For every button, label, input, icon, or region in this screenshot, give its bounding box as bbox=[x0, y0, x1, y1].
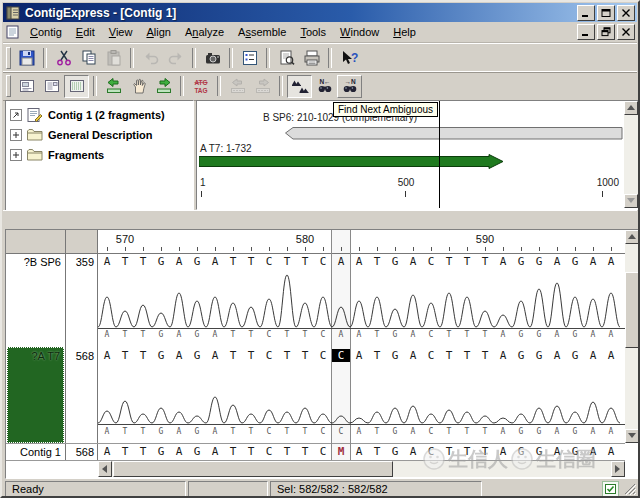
ruler-tick bbox=[341, 247, 342, 251]
ruler-tick bbox=[215, 247, 216, 251]
paste-button[interactable] bbox=[101, 47, 126, 70]
copy-icon bbox=[79, 49, 99, 67]
list-icon bbox=[240, 49, 260, 67]
sequence-row-contig[interactable]: ATTGAGATTCTTCMATGACTTTAGGAGAA bbox=[98, 445, 625, 461]
scroll-up-arrow-icon[interactable] bbox=[624, 101, 638, 115]
tree-item-general-description[interactable]: General Description bbox=[8, 125, 191, 145]
scroll-down-arrow-icon[interactable] bbox=[624, 194, 638, 208]
base: G bbox=[386, 330, 404, 339]
scroll-down-arrow-icon[interactable] bbox=[625, 429, 639, 443]
menu-analyze[interactable]: Analyze bbox=[178, 24, 231, 40]
sequence-row-t7[interactable]: ATTGAGATTCTTCCATGACTTTAGGAGAA bbox=[98, 349, 625, 365]
row-label-sp6[interactable]: ?B SP6 bbox=[6, 256, 61, 268]
alignment-vscrollbar[interactable] bbox=[625, 230, 639, 443]
base: G bbox=[188, 445, 206, 458]
prev-fragment-button[interactable] bbox=[101, 75, 126, 98]
base: T bbox=[476, 445, 494, 458]
copy-button[interactable] bbox=[76, 47, 101, 70]
jumpleft-icon bbox=[228, 77, 248, 95]
fragment-bar-t7[interactable] bbox=[199, 154, 504, 169]
tree-item-fragments[interactable]: Fragments bbox=[8, 145, 191, 165]
svg-text:→N: →N bbox=[344, 78, 356, 85]
chromatogram-sp6 bbox=[98, 273, 625, 330]
mdi-document-icon[interactable] bbox=[5, 25, 21, 39]
expand-plus-icon[interactable] bbox=[10, 149, 22, 161]
status-check-button[interactable] bbox=[602, 481, 619, 497]
minimize-button[interactable] bbox=[577, 5, 595, 21]
redo-button[interactable] bbox=[163, 47, 188, 70]
open-link-icon[interactable] bbox=[10, 109, 22, 121]
toolbar-grip[interactable] bbox=[6, 75, 11, 97]
close-button[interactable] bbox=[617, 5, 635, 21]
menu-view[interactable]: View bbox=[102, 24, 140, 40]
scroll-thumb[interactable] bbox=[625, 272, 639, 348]
undo-button[interactable] bbox=[138, 47, 163, 70]
alignment-hscrollbar[interactable] bbox=[98, 461, 625, 477]
ruler-tick bbox=[287, 247, 288, 251]
base: A bbox=[584, 427, 602, 436]
cut-button[interactable] bbox=[51, 47, 76, 70]
base: T bbox=[458, 349, 476, 362]
scroll-track[interactable] bbox=[624, 115, 638, 194]
alignment-ruler: 570580590 bbox=[98, 233, 625, 253]
tree-item-contig-1-2-fragments[interactable]: Contig 1 (2 fragments) bbox=[8, 105, 191, 125]
menu-contig[interactable]: Contig bbox=[23, 24, 69, 40]
fragment-bar-sp6[interactable] bbox=[285, 127, 623, 140]
scroll-right-arrow-icon[interactable] bbox=[611, 461, 625, 477]
tree-item-label: General Description bbox=[48, 129, 153, 141]
menu-edit[interactable]: Edit bbox=[69, 24, 102, 40]
base: T bbox=[440, 427, 458, 436]
overview-vscrollbar[interactable] bbox=[624, 101, 638, 208]
menu-help[interactable]: Help bbox=[386, 24, 423, 40]
view-mode-2-button[interactable] bbox=[39, 75, 64, 98]
called-bases-sp6: ATTGAGATTCTTCAATGACTTTAGGAGAA bbox=[98, 330, 625, 343]
menu-assemble[interactable]: Assemble bbox=[231, 24, 293, 40]
show-chromatograms-button[interactable] bbox=[287, 75, 312, 98]
base: T bbox=[278, 330, 296, 339]
row-label-t7-selected[interactable]: ?A T7 bbox=[7, 347, 64, 443]
navleft-icon bbox=[104, 77, 124, 95]
scroll-thumb[interactable] bbox=[113, 461, 393, 477]
mdi-minimize-button[interactable] bbox=[577, 24, 595, 40]
base: A bbox=[602, 330, 620, 339]
base: T bbox=[476, 427, 494, 436]
mdi-close-button[interactable] bbox=[617, 24, 635, 40]
jump-left-button[interactable] bbox=[225, 75, 250, 98]
pan-hand-button[interactable] bbox=[126, 75, 151, 98]
resize-grip[interactable] bbox=[623, 482, 636, 495]
row-label-contig[interactable]: Contig 1 bbox=[6, 446, 61, 458]
maximize-button[interactable] bbox=[597, 5, 615, 21]
view-mode-1-button[interactable] bbox=[14, 75, 39, 98]
next-fragment-button[interactable] bbox=[151, 75, 176, 98]
menu-window[interactable]: Window bbox=[333, 24, 386, 40]
jump-right-button[interactable] bbox=[250, 75, 275, 98]
view-mode-3-button[interactable] bbox=[64, 75, 89, 98]
toolbar-grip[interactable] bbox=[6, 47, 11, 69]
ruler-tick bbox=[602, 191, 603, 197]
options-list-button[interactable] bbox=[237, 47, 262, 70]
ruler-tick bbox=[143, 247, 144, 251]
base: C bbox=[260, 330, 278, 339]
status-bar: Ready Sel: 582/582 : 582/582 bbox=[3, 479, 637, 498]
preview-icon bbox=[277, 49, 297, 67]
find-next-ambiguous-button[interactable]: →N bbox=[337, 75, 362, 98]
save-button[interactable] bbox=[14, 47, 39, 70]
base: G bbox=[386, 427, 404, 436]
scroll-left-arrow-icon[interactable] bbox=[98, 461, 112, 477]
camera-button[interactable] bbox=[200, 47, 225, 70]
row-label-t7: ?A T7 bbox=[31, 350, 60, 362]
print-button[interactable] bbox=[299, 47, 324, 70]
expand-plus-icon[interactable] bbox=[10, 129, 22, 141]
menu-tools[interactable]: Tools bbox=[293, 24, 333, 40]
panel-splitter[interactable] bbox=[3, 210, 637, 230]
sequence-row-sp6[interactable]: ATTGAGATTCTTCAATGACTTTAGGAGAA bbox=[98, 255, 625, 271]
mdi-restore-button[interactable] bbox=[597, 24, 615, 40]
print-preview-button[interactable] bbox=[274, 47, 299, 70]
scroll-up-arrow-icon[interactable] bbox=[625, 230, 639, 244]
menu-align[interactable]: Align bbox=[139, 24, 177, 40]
project-tree: Contig 1 (2 fragments)General Descriptio… bbox=[5, 100, 194, 212]
called-bases-t7: ATTGAGATTCTTCCATGACTTTAGGAGAA bbox=[98, 427, 625, 440]
find-prev-ambiguous-button[interactable]: N← bbox=[312, 75, 337, 98]
context-help-button[interactable]: ? bbox=[336, 47, 361, 70]
orf-tag-button[interactable]: ATGTAG bbox=[188, 75, 213, 98]
